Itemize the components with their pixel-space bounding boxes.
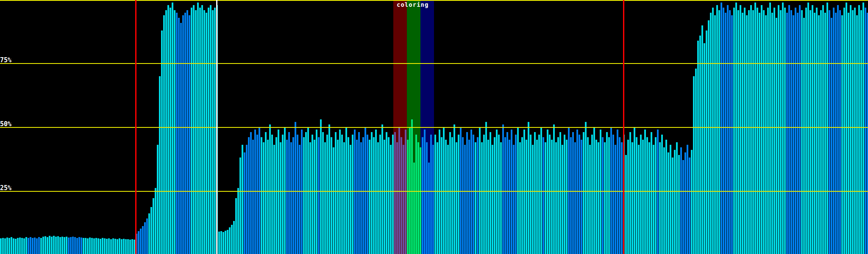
y-axis-label-75: 75% <box>0 57 11 63</box>
frame-profile-chart: 75%50%25%coloring <box>0 0 868 254</box>
labels-layer: 75%50%25%coloring <box>0 0 868 254</box>
coloring-label: coloring <box>397 1 428 8</box>
y-axis-label-50: 50% <box>0 121 11 127</box>
y-axis-label-25: 25% <box>0 185 11 191</box>
